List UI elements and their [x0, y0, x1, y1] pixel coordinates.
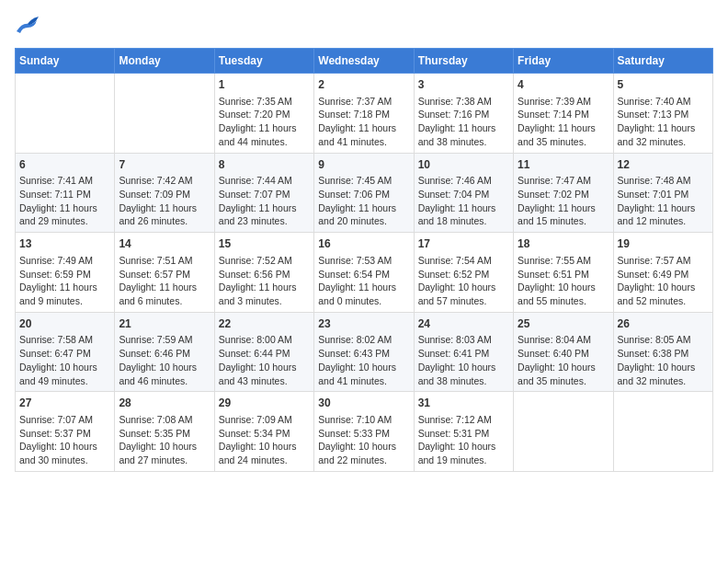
day-info: Sunrise: 7:35 AM Sunset: 7:20 PM Dayligh…: [219, 95, 310, 149]
day-number: 22: [219, 316, 310, 332]
day-cell: 12Sunrise: 7:48 AM Sunset: 7:01 PM Dayli…: [613, 153, 712, 233]
day-info: Sunrise: 7:54 AM Sunset: 6:52 PM Dayligh…: [418, 254, 509, 308]
day-info: Sunrise: 7:37 AM Sunset: 7:18 PM Dayligh…: [318, 95, 409, 149]
day-info: Sunrise: 7:07 AM Sunset: 5:37 PM Dayligh…: [19, 413, 110, 467]
calendar-header: Sunday Monday Tuesday Wednesday Thursday…: [16, 49, 713, 74]
day-cell: 16Sunrise: 7:53 AM Sunset: 6:54 PM Dayli…: [314, 233, 414, 313]
day-cell: 28Sunrise: 7:08 AM Sunset: 5:35 PM Dayli…: [115, 392, 214, 472]
day-number: 31: [418, 396, 509, 411]
calendar-body: 1Sunrise: 7:35 AM Sunset: 7:20 PM Daylig…: [16, 74, 713, 472]
day-number: 10: [418, 157, 509, 173]
col-wednesday: Wednesday: [314, 49, 414, 74]
day-number: 15: [219, 236, 310, 252]
day-number: 21: [119, 316, 210, 332]
day-cell: [613, 392, 712, 472]
day-info: Sunrise: 7:48 AM Sunset: 7:01 PM Dayligh…: [618, 174, 709, 228]
day-cell: 3Sunrise: 7:38 AM Sunset: 7:16 PM Daylig…: [414, 74, 513, 154]
week-row-1: 1Sunrise: 7:35 AM Sunset: 7:20 PM Daylig…: [16, 74, 713, 154]
day-number: 7: [119, 157, 210, 173]
day-number: 30: [318, 396, 409, 411]
day-info: Sunrise: 7:39 AM Sunset: 7:14 PM Dayligh…: [518, 95, 609, 149]
day-info: Sunrise: 7:40 AM Sunset: 7:13 PM Dayligh…: [618, 95, 709, 149]
col-thursday: Thursday: [414, 49, 513, 74]
col-sunday: Sunday: [16, 49, 115, 74]
day-number: 19: [618, 236, 709, 252]
day-info: Sunrise: 8:00 AM Sunset: 6:44 PM Dayligh…: [219, 333, 310, 387]
day-info: Sunrise: 7:10 AM Sunset: 5:33 PM Dayligh…: [318, 413, 409, 467]
week-row-5: 27Sunrise: 7:07 AM Sunset: 5:37 PM Dayli…: [16, 392, 713, 472]
day-cell: 1Sunrise: 7:35 AM Sunset: 7:20 PM Daylig…: [214, 74, 313, 154]
day-number: 12: [618, 157, 709, 173]
day-number: 13: [19, 236, 110, 252]
day-number: 23: [318, 316, 409, 332]
day-info: Sunrise: 8:03 AM Sunset: 6:41 PM Dayligh…: [418, 333, 509, 387]
day-number: 8: [219, 157, 310, 173]
day-number: 6: [19, 157, 110, 173]
day-number: 24: [418, 316, 509, 332]
day-cell: 8Sunrise: 7:44 AM Sunset: 7:07 PM Daylig…: [214, 153, 313, 233]
day-cell: 4Sunrise: 7:39 AM Sunset: 7:14 PM Daylig…: [514, 74, 613, 154]
day-cell: 11Sunrise: 7:47 AM Sunset: 7:02 PM Dayli…: [514, 153, 613, 233]
day-number: 9: [318, 157, 409, 173]
week-row-2: 6Sunrise: 7:41 AM Sunset: 7:11 PM Daylig…: [16, 153, 713, 233]
day-cell: 5Sunrise: 7:40 AM Sunset: 7:13 PM Daylig…: [613, 74, 712, 154]
day-cell: 23Sunrise: 8:02 AM Sunset: 6:43 PM Dayli…: [314, 312, 414, 392]
day-number: 29: [219, 396, 310, 411]
day-cell: 30Sunrise: 7:10 AM Sunset: 5:33 PM Dayli…: [314, 392, 414, 472]
day-info: Sunrise: 7:38 AM Sunset: 7:16 PM Dayligh…: [418, 95, 509, 149]
day-number: 20: [19, 316, 110, 332]
day-info: Sunrise: 7:49 AM Sunset: 6:59 PM Dayligh…: [19, 254, 110, 308]
header-row: Sunday Monday Tuesday Wednesday Thursday…: [16, 49, 713, 74]
day-number: 16: [318, 236, 409, 252]
col-tuesday: Tuesday: [214, 49, 313, 74]
day-cell: 17Sunrise: 7:54 AM Sunset: 6:52 PM Dayli…: [414, 233, 513, 313]
day-info: Sunrise: 7:12 AM Sunset: 5:31 PM Dayligh…: [418, 413, 509, 467]
calendar-table: Sunday Monday Tuesday Wednesday Thursday…: [15, 48, 713, 472]
logo: [15, 15, 44, 37]
day-info: Sunrise: 7:52 AM Sunset: 6:56 PM Dayligh…: [219, 254, 310, 308]
day-info: Sunrise: 7:55 AM Sunset: 6:51 PM Dayligh…: [518, 254, 609, 308]
day-cell: 6Sunrise: 7:41 AM Sunset: 7:11 PM Daylig…: [16, 153, 115, 233]
day-number: 14: [119, 236, 210, 252]
day-number: 25: [518, 316, 609, 332]
day-info: Sunrise: 7:08 AM Sunset: 5:35 PM Dayligh…: [119, 413, 210, 467]
day-cell: 2Sunrise: 7:37 AM Sunset: 7:18 PM Daylig…: [314, 74, 414, 154]
day-cell: 29Sunrise: 7:09 AM Sunset: 5:34 PM Dayli…: [214, 392, 313, 472]
day-info: Sunrise: 8:04 AM Sunset: 6:40 PM Dayligh…: [518, 333, 609, 387]
day-cell: 19Sunrise: 7:57 AM Sunset: 6:49 PM Dayli…: [613, 233, 712, 313]
day-number: 18: [518, 236, 609, 252]
day-number: 11: [518, 157, 609, 173]
day-cell: 26Sunrise: 8:05 AM Sunset: 6:38 PM Dayli…: [613, 312, 712, 392]
day-number: 5: [618, 77, 709, 93]
day-info: Sunrise: 7:58 AM Sunset: 6:47 PM Dayligh…: [19, 333, 110, 387]
day-number: 26: [618, 316, 709, 332]
day-info: Sunrise: 7:09 AM Sunset: 5:34 PM Dayligh…: [219, 413, 310, 467]
week-row-4: 20Sunrise: 7:58 AM Sunset: 6:47 PM Dayli…: [16, 312, 713, 392]
day-info: Sunrise: 8:05 AM Sunset: 6:38 PM Dayligh…: [618, 333, 709, 387]
day-cell: 10Sunrise: 7:46 AM Sunset: 7:04 PM Dayli…: [414, 153, 513, 233]
week-row-3: 13Sunrise: 7:49 AM Sunset: 6:59 PM Dayli…: [16, 233, 713, 313]
day-number: 2: [318, 77, 409, 93]
day-cell: 20Sunrise: 7:58 AM Sunset: 6:47 PM Dayli…: [16, 312, 115, 392]
day-cell: 24Sunrise: 8:03 AM Sunset: 6:41 PM Dayli…: [414, 312, 513, 392]
col-friday: Friday: [514, 49, 613, 74]
day-number: 28: [119, 396, 210, 411]
day-cell: 13Sunrise: 7:49 AM Sunset: 6:59 PM Dayli…: [16, 233, 115, 313]
day-info: Sunrise: 7:57 AM Sunset: 6:49 PM Dayligh…: [618, 254, 709, 308]
day-cell: 22Sunrise: 8:00 AM Sunset: 6:44 PM Dayli…: [214, 312, 313, 392]
day-number: 27: [19, 396, 110, 411]
day-info: Sunrise: 7:41 AM Sunset: 7:11 PM Dayligh…: [19, 174, 110, 228]
day-number: 17: [418, 236, 509, 252]
day-cell: 18Sunrise: 7:55 AM Sunset: 6:51 PM Dayli…: [514, 233, 613, 313]
logo-icon: [15, 15, 40, 37]
day-number: 1: [219, 77, 310, 93]
day-info: Sunrise: 7:45 AM Sunset: 7:06 PM Dayligh…: [318, 174, 409, 228]
day-info: Sunrise: 8:02 AM Sunset: 6:43 PM Dayligh…: [318, 333, 409, 387]
day-info: Sunrise: 7:53 AM Sunset: 6:54 PM Dayligh…: [318, 254, 409, 308]
day-cell: 31Sunrise: 7:12 AM Sunset: 5:31 PM Dayli…: [414, 392, 513, 472]
day-number: 3: [418, 77, 509, 93]
day-info: Sunrise: 7:46 AM Sunset: 7:04 PM Dayligh…: [418, 174, 509, 228]
day-cell: 27Sunrise: 7:07 AM Sunset: 5:37 PM Dayli…: [16, 392, 115, 472]
col-monday: Monday: [115, 49, 214, 74]
col-saturday: Saturday: [613, 49, 712, 74]
